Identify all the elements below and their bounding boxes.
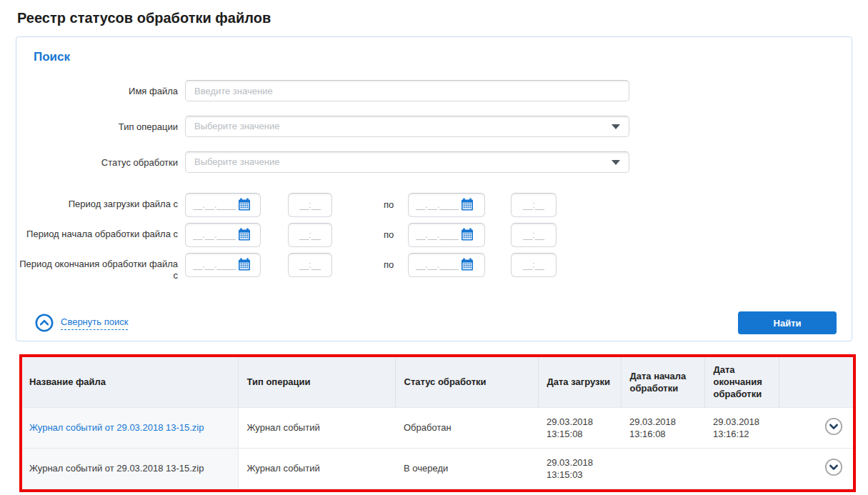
cell-file-name: Журнал событий от 29.03.2018 13-15.zip xyxy=(22,448,238,489)
form-row-processing-start-period: Период начала обработки файла с по xyxy=(16,223,852,247)
processing-end-from-date-box xyxy=(185,253,261,277)
results-table-highlight: Название файла Тип операции Статус обраб… xyxy=(19,354,856,492)
processing-start-from-time-box xyxy=(288,223,332,247)
cell-upload-date: 29.03.2018 13:15:03 xyxy=(538,448,621,489)
processing-start-to-time-input[interactable] xyxy=(512,224,556,246)
calendar-icon[interactable] xyxy=(460,198,474,212)
upload-period-to-date-input[interactable] xyxy=(409,200,459,210)
file-name-label: Имя файла xyxy=(16,80,178,97)
to-label: по xyxy=(384,193,396,210)
upload-period-from-time-box xyxy=(288,193,332,217)
operation-type-label: Тип операции xyxy=(16,116,178,133)
file-name-input[interactable] xyxy=(186,81,629,101)
page-title: Реестр статусов обработки файлов xyxy=(17,10,868,26)
column-header-processing-end-date: Дата окончания обработки xyxy=(704,357,779,407)
column-header-file-name: Название файла xyxy=(22,357,238,407)
chevron-down-icon xyxy=(612,160,620,165)
collapse-search-link[interactable]: Свернуть поиск xyxy=(61,316,128,330)
expand-row-button[interactable] xyxy=(824,417,843,436)
processing-end-to-date-input[interactable] xyxy=(409,260,459,270)
file-name-field-box xyxy=(185,80,629,101)
file-name-link[interactable]: Журнал событий от 29.03.2018 13-15.zip xyxy=(29,422,204,433)
cell-expand xyxy=(779,407,853,448)
expand-row-button[interactable] xyxy=(824,458,843,476)
processing-end-to-time-input[interactable] xyxy=(512,254,556,276)
table-header-row: Название файла Тип операции Статус обраб… xyxy=(22,357,853,407)
upload-period-from-date-box xyxy=(185,193,261,217)
column-header-actions xyxy=(779,357,853,407)
find-button[interactable]: Найти xyxy=(738,311,837,334)
column-header-processing-start-date: Дата начала обработки xyxy=(621,357,704,407)
table-row: Журнал событий от 29.03.2018 13-15.zip Ж… xyxy=(22,448,853,489)
collapse-search-control[interactable]: Свернуть поиск xyxy=(35,314,128,332)
calendar-icon[interactable] xyxy=(460,258,474,272)
chevron-down-icon xyxy=(612,124,620,129)
processing-start-from-time-input[interactable] xyxy=(289,224,331,246)
upload-period-from-date-input[interactable] xyxy=(186,200,236,210)
calendar-icon[interactable] xyxy=(237,258,251,272)
search-panel: Поиск Имя файла Тип операции Выберите зн… xyxy=(16,36,852,341)
processing-start-to-date-box xyxy=(408,223,485,247)
upload-period-from-time-input[interactable] xyxy=(289,194,331,216)
processing-status-select[interactable]: Выберите значение xyxy=(185,151,629,173)
search-footer: Свернуть поиск Найти xyxy=(16,311,852,334)
operation-type-placeholder: Выберите значение xyxy=(186,116,629,136)
upload-period-to-time-box xyxy=(511,193,557,217)
cell-operation-type: Журнал событий xyxy=(238,407,395,448)
calendar-icon[interactable] xyxy=(460,228,474,242)
table-row: Журнал событий от 29.03.2018 13-15.zip Ж… xyxy=(22,407,853,448)
cell-processing-status: В очереди xyxy=(395,448,538,489)
form-row-operation-type: Тип операции Выберите значение xyxy=(16,116,852,137)
form-row-file-name: Имя файла xyxy=(16,80,852,101)
results-table: Название файла Тип операции Статус обраб… xyxy=(22,357,853,489)
search-panel-title: Поиск xyxy=(34,50,852,64)
to-label: по xyxy=(384,223,396,240)
form-row-processing-end-period: Период окончания обработки файла с по xyxy=(16,253,852,281)
cell-upload-date: 29.03.2018 13:15:08 xyxy=(538,407,621,448)
upload-period-to-date-box xyxy=(408,193,485,217)
cell-expand xyxy=(779,448,853,489)
calendar-icon[interactable] xyxy=(237,228,251,242)
processing-start-period-label: Период начала обработки файла с xyxy=(16,223,178,240)
cell-processing-end-date: 29.03.2018 13:16:12 xyxy=(704,407,779,448)
processing-end-from-time-box xyxy=(288,253,332,277)
form-row-processing-status: Статус обработки Выберите значение xyxy=(16,151,852,173)
processing-end-from-time-input[interactable] xyxy=(289,254,331,276)
column-header-operation-type: Тип операции xyxy=(238,357,395,407)
cell-file-name: Журнал событий от 29.03.2018 13-15.zip xyxy=(22,407,238,448)
chevron-up-circle-icon[interactable] xyxy=(35,314,54,332)
column-header-processing-status: Статус обработки xyxy=(395,357,538,407)
column-header-upload-date: Дата загрузки xyxy=(538,357,621,407)
processing-status-placeholder: Выберите значение xyxy=(186,152,629,172)
upload-period-label: Период загрузки файла с xyxy=(16,193,178,210)
cell-operation-type: Журнал событий xyxy=(238,448,395,489)
processing-status-label: Статус обработки xyxy=(16,151,178,169)
form-row-upload-period: Период загрузки файла с по xyxy=(16,193,852,217)
processing-end-period-label: Период окончания обработки файла с xyxy=(16,253,178,281)
processing-start-to-time-box xyxy=(511,223,557,247)
to-label: по xyxy=(384,253,396,270)
operation-type-select[interactable]: Выберите значение xyxy=(185,116,629,137)
processing-end-from-date-input[interactable] xyxy=(186,260,236,270)
processing-end-to-time-box xyxy=(511,253,557,277)
processing-end-to-date-box xyxy=(408,253,485,277)
cell-processing-end-date xyxy=(704,448,779,489)
processing-start-from-date-box xyxy=(185,223,261,247)
processing-start-from-date-input[interactable] xyxy=(186,230,236,240)
processing-start-to-date-input[interactable] xyxy=(409,230,459,240)
upload-period-to-time-input[interactable] xyxy=(512,194,556,216)
cell-processing-start-date xyxy=(621,448,704,489)
chevron-down-circle-icon xyxy=(824,417,843,436)
cell-processing-start-date: 29.03.2018 13:16:08 xyxy=(621,407,704,448)
cell-processing-status: Обработан xyxy=(395,407,538,448)
calendar-icon[interactable] xyxy=(237,198,251,212)
chevron-down-circle-icon xyxy=(824,458,843,476)
